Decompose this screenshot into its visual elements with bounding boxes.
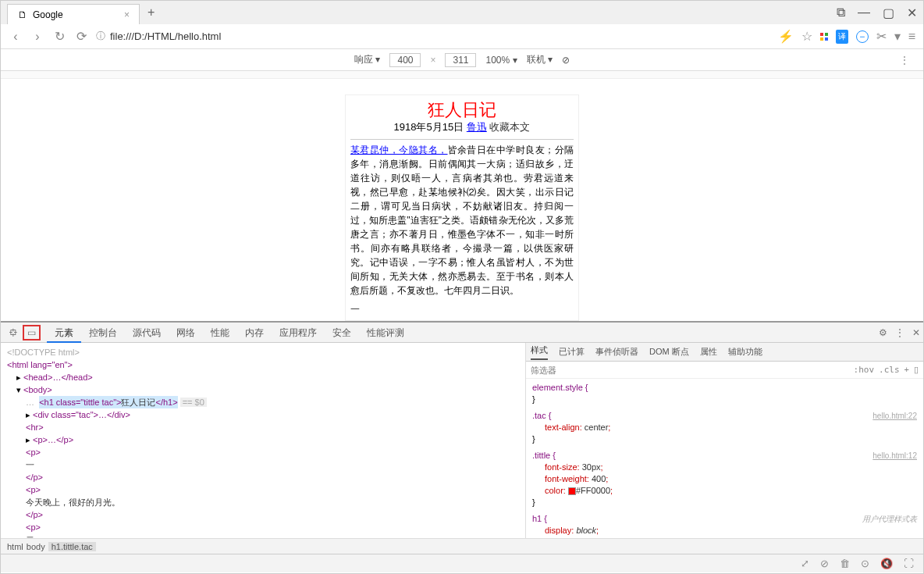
rule-element-style: element.style { } (532, 382, 917, 405)
rotate-icon[interactable]: ⊘ (562, 55, 570, 66)
apps-icon[interactable] (820, 33, 828, 41)
node-p1[interactable]: <p>…</p> (33, 435, 73, 444)
scissors-icon[interactable]: ✂ (876, 29, 887, 44)
tab-properties[interactable]: 属性 (700, 346, 717, 358)
network-select[interactable]: 联机 ▾ (527, 53, 553, 66)
devtools-tabbar: ⯐ ▭ 元素 控制台 源代码 网络 性能 内存 应用程序 安全 性能评测 ⚙ ⋮… (1, 323, 923, 343)
home-button[interactable]: ⟳ (74, 29, 88, 44)
author-link[interactable]: 鲁迅 (467, 121, 487, 133)
tab-memory[interactable]: 内存 (237, 323, 272, 343)
devtools-gear-icon[interactable]: ⚙ (879, 327, 887, 338)
elements-panel[interactable]: <!DOCTYPE html> <html lang="en"> ▸ <head… (1, 343, 525, 538)
viewport-width[interactable]: 400 (389, 53, 421, 67)
zoom-select[interactable]: 100% ▾ (485, 55, 517, 66)
tab-styles[interactable]: 样式 (531, 344, 548, 360)
address-bar: ‹ › ↻ ⟳ ⓘ ⚡ ☆ 译 − ✂ ▾ ≡ (1, 24, 923, 49)
tab-sources[interactable]: 源代码 (125, 323, 169, 343)
window-minimize-icon[interactable]: — (858, 5, 870, 20)
tab-performance[interactable]: 性能 (203, 323, 237, 343)
divider (350, 139, 574, 140)
window-maximize-icon[interactable]: ▢ (883, 5, 894, 20)
console-icon[interactable]: ⤢ (801, 558, 809, 569)
cls-toggle[interactable]: .cls (879, 365, 900, 375)
tab-security[interactable]: 安全 (325, 323, 359, 343)
url-box[interactable]: ⓘ (96, 30, 770, 43)
tab-application[interactable]: 应用程序 (272, 323, 325, 343)
bc-h1[interactable]: h1.tittle.tac (48, 542, 96, 551)
section-number: 一 (350, 302, 574, 316)
node-div[interactable]: <div class="tac">…</div> (33, 410, 130, 419)
reload-button[interactable]: ↻ (52, 29, 66, 44)
add-rule-icon[interactable]: + (904, 365, 909, 375)
minus-circle-icon[interactable]: − (856, 30, 869, 43)
viewport-height[interactable]: 311 (445, 53, 476, 67)
pub-date: 1918年5月15日 (394, 121, 464, 133)
intro-link[interactable]: 某君昆仲，今隐其名， (350, 144, 448, 155)
site-info-icon[interactable]: ⓘ (96, 30, 105, 43)
collect-link[interactable]: 收藏本文 (489, 121, 530, 133)
node-hr[interactable]: <hr> (26, 422, 44, 432)
translate-icon[interactable]: 译 (836, 30, 848, 44)
window-expand-icon[interactable]: ⧉ (837, 5, 845, 20)
tab-network[interactable]: 网络 (169, 323, 203, 343)
node-body[interactable]: <body> (23, 385, 52, 394)
tab-accessibility[interactable]: 辅助功能 (728, 346, 762, 358)
tab-title: Google (33, 9, 63, 20)
device-select[interactable]: 响应 ▾ (354, 53, 380, 66)
tab-console[interactable]: 控制台 (81, 323, 125, 343)
download-icon[interactable]: ▾ (894, 29, 901, 44)
audio-off-icon[interactable]: 🔇 (880, 558, 893, 569)
sidebar-toggle-icon[interactable]: ▯ (914, 365, 919, 375)
menu-icon[interactable]: ≡ (908, 30, 915, 44)
styles-rules[interactable]: element.style { } hello.html:22 .tac { t… (526, 379, 923, 538)
device-frame: 狂人日记 1918年5月15日 鲁迅 收藏本文 某君昆仲，今隐其名，皆余昔日在中… (345, 94, 579, 321)
forward-button[interactable]: › (30, 30, 44, 44)
devtools-footer: ⤢ ⊘ 🗑 ⊙ 🔇 ⛶ (1, 554, 923, 572)
devtools: ⯐ ▭ 元素 控制台 源代码 网络 性能 内存 应用程序 安全 性能评测 ⚙ ⋮… (1, 321, 923, 572)
devtools-close-icon[interactable]: ✕ (912, 327, 920, 338)
bc-body[interactable]: body (27, 542, 45, 551)
styles-filter-input[interactable] (531, 365, 854, 375)
browser-tab-strip: 🗋 Google × + ⧉ — ▢ ✕ (1, 1, 923, 24)
bolt-icon[interactable]: ⚡ (778, 29, 794, 44)
node-head[interactable]: <head>…</head> (23, 373, 93, 382)
close-tab-icon[interactable]: × (124, 9, 130, 20)
rule-h1-ua: 用户代理样式表 h1 { display: block; font-size: … (532, 513, 917, 538)
page-title: 狂人日记 (350, 103, 574, 117)
styles-panel: 样式 已计算 事件侦听器 DOM 断点 属性 辅助功能 :hov .cls + … (525, 343, 923, 538)
maximize-icon[interactable]: ⛶ (904, 558, 914, 569)
bell-icon[interactable]: ⊙ (861, 558, 869, 569)
rule-tac: hello.html:22 .tac { text-align: center;… (532, 410, 917, 445)
intro-text: 皆余昔日在中学时良友；分隔多年，消息渐阙。日前偶闻其一大病；适归故乡，迂道往访，… (350, 144, 574, 296)
devtools-more-icon[interactable]: ⋮ (895, 327, 904, 338)
node-text-section[interactable]: 一 (7, 458, 519, 471)
url-input[interactable] (110, 30, 770, 42)
new-tab-button[interactable]: + (140, 5, 162, 20)
color-swatch (568, 487, 576, 495)
tab-lighthouse[interactable]: 性能评测 (359, 323, 412, 343)
trash-icon[interactable]: 🗑 (840, 558, 850, 569)
responsive-settings-icon[interactable]: ⋮ (900, 55, 909, 66)
hov-toggle[interactable]: :hov (854, 365, 875, 375)
node-text-line1[interactable]: 今天晚上，很好的月光。 (7, 496, 519, 508)
browser-tab[interactable]: 🗋 Google × (7, 4, 140, 24)
tab-elements[interactable]: 元素 (47, 323, 81, 343)
window-close-icon[interactable]: ✕ (907, 5, 917, 20)
tab-eventlisteners[interactable]: 事件侦听器 (595, 346, 638, 358)
node-doctype[interactable]: <!DOCTYPE html> (7, 346, 519, 358)
device-toggle-icon[interactable]: ▭ (23, 325, 41, 340)
page-icon: 🗋 (17, 9, 28, 20)
bc-html[interactable]: html (7, 542, 23, 551)
back-button[interactable]: ‹ (9, 30, 23, 44)
tab-dombreakpoints[interactable]: DOM 断点 (649, 346, 689, 358)
errors-icon[interactable]: ⊘ (820, 558, 829, 569)
tab-computed[interactable]: 已计算 (559, 346, 585, 358)
ruler (1, 71, 923, 79)
intro-paragraph: 某君昆仲，今隐其名，皆余昔日在中学时良友；分隔多年，消息渐阙。日前偶闻其一大病；… (350, 143, 574, 298)
dimension-separator: × (430, 55, 435, 66)
inspect-toggle-icon[interactable]: ⯐ (4, 325, 23, 340)
node-html[interactable]: <html lang="en"> (7, 360, 73, 369)
node-h1-row[interactable]: … <h1 class="tittle tac">狂人日记</h1> == $0 (7, 396, 519, 408)
favorite-icon[interactable]: ☆ (801, 29, 812, 44)
dom-breadcrumb[interactable]: html body h1.tittle.tac (1, 538, 923, 554)
